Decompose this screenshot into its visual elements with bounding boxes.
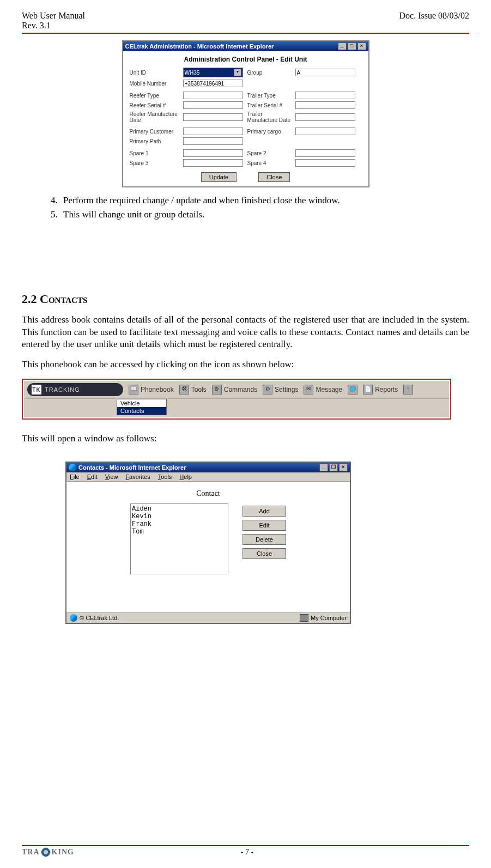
spare1-label: Spare 1 (130, 150, 179, 156)
group-label: Group (247, 70, 291, 76)
menu-help[interactable]: Help (179, 474, 192, 480)
toolbar-tools[interactable]: 🛠 Tools (179, 385, 207, 394)
list-item: Perform the required change / update and… (60, 194, 469, 207)
unit-id-value: WH35 (185, 70, 200, 76)
trailer-serial-input[interactable] (295, 101, 355, 109)
trailer-type-label: Trailer Type (247, 93, 291, 99)
trailer-mfg-input[interactable] (295, 113, 355, 121)
list-item[interactable]: Tom (132, 528, 227, 536)
status-right: My Computer (311, 615, 347, 621)
menu-edit[interactable]: Edit (87, 474, 98, 480)
globe-icon: 🌐 (348, 385, 357, 394)
primary-path-input[interactable] (183, 137, 243, 145)
logo-icon: TK (32, 385, 41, 394)
header-rule (22, 33, 469, 34)
spare4-input[interactable] (295, 159, 355, 167)
message-icon: ✉ (304, 385, 313, 394)
close-button[interactable]: Close (258, 172, 290, 182)
close-icon[interactable]: × (339, 464, 348, 471)
toolbar-settings[interactable]: ⚙ Settings (263, 385, 298, 394)
section-heading: 2.2 Contacts (22, 292, 469, 306)
minimize-icon[interactable]: _ (338, 43, 347, 50)
primary-cargo-label: Primary cargo (247, 129, 291, 135)
computer-icon (300, 614, 308, 622)
section-name: Contacts (40, 292, 87, 306)
chevron-down-icon[interactable]: ▾ (234, 69, 241, 76)
primary-customer-label: Primary Customer (130, 129, 179, 135)
reports-icon: 📄 (363, 385, 373, 394)
header-title: Web User Manual (22, 11, 85, 20)
admin-window-figure: CELtrak Administration - Microsoft Inter… (122, 40, 369, 187)
reefer-serial-input[interactable] (183, 101, 243, 109)
ie-icon (69, 464, 76, 471)
add-button[interactable]: Add (243, 506, 286, 517)
contacts-heading: Contact (77, 489, 339, 498)
header-rev: Rev. 3.1 (22, 21, 51, 30)
instruction-list: Perform the required change / update and… (38, 194, 469, 221)
toolbar-figure: TK TRACKING 📖 Phonebook 🛠 Tools ⚙ Comman… (22, 379, 451, 420)
spare3-label: Spare 3 (130, 160, 179, 166)
titlebar: Contacts - Microsoft Internet Explorer _… (66, 463, 350, 472)
toolbar-globe[interactable]: 🌐 (348, 385, 357, 394)
menu-file[interactable]: File (70, 474, 80, 480)
reefer-type-label: Reefer Type (130, 93, 179, 99)
spare1-input[interactable] (183, 149, 243, 157)
toolbar-phonebook[interactable]: 📖 Phonebook (129, 385, 174, 394)
header-issue: Doc. Issue 08/03/02 (399, 11, 469, 31)
mobile-label: Mobile Number (130, 81, 179, 87)
trailer-serial-label: Trailer Serial # (247, 102, 291, 108)
body-paragraph: This will open a window as follows: (22, 433, 469, 445)
minimize-icon[interactable]: _ (319, 464, 328, 471)
dropdown-item-contacts[interactable]: Contacts (117, 407, 166, 415)
dropdown-item-vehicle[interactable]: Vehicle (117, 399, 166, 407)
page-footer: TRAKING - 7 - (22, 847, 469, 857)
status-left: © CELtrak Ltd. (80, 615, 119, 621)
window-title: CELtrak Administration - Microsoft Inter… (125, 43, 274, 50)
statusbar: © CELtrak Ltd. My Computer (66, 612, 350, 623)
close-icon[interactable]: × (357, 43, 366, 50)
toolbar-extra[interactable]: ⋮ (403, 385, 413, 394)
toolbar-message[interactable]: ✉ Message (304, 385, 342, 394)
edit-button[interactable]: Edit (243, 520, 286, 531)
tools-icon: 🛠 (179, 385, 189, 394)
body-paragraph: This address book contains details of al… (22, 314, 469, 351)
maximize-icon[interactable]: ❐ (329, 464, 338, 471)
delete-button[interactable]: Delete (243, 534, 286, 545)
page-number: - 7 - (74, 848, 420, 857)
spare3-input[interactable] (183, 159, 243, 167)
primary-customer-input[interactable] (183, 128, 243, 135)
reefer-type-input[interactable] (183, 92, 243, 99)
menu-favorites[interactable]: Favorites (125, 474, 150, 480)
update-button[interactable]: Update (201, 172, 237, 182)
toolbar-reports[interactable]: 📄 Reports (363, 385, 398, 394)
settings-icon: ⚙ (263, 385, 272, 394)
reefer-mfg-input[interactable] (183, 113, 243, 121)
menu-view[interactable]: View (105, 474, 118, 480)
trailer-mfg-label: Trailer Manufacture Date (247, 111, 291, 123)
menu-tools[interactable]: Tools (158, 474, 172, 480)
maximize-icon[interactable]: □ (348, 43, 356, 50)
spare2-label: Spare 2 (247, 150, 291, 156)
commands-icon: ⚙ (212, 385, 222, 394)
body-paragraph: This phonebook can be accessed by clicki… (22, 359, 469, 371)
list-item[interactable]: Kevin (132, 513, 227, 520)
mobile-input[interactable] (183, 80, 243, 87)
contacts-listbox[interactable]: Aiden Kevin Frank Tom (130, 503, 228, 574)
phonebook-dropdown[interactable]: Vehicle Contacts (117, 399, 167, 415)
group-input[interactable] (295, 69, 355, 76)
spare4-label: Spare 4 (247, 160, 291, 166)
trailer-type-input[interactable] (295, 92, 355, 99)
ie-icon (70, 614, 77, 622)
window-title: Contacts - Microsoft Internet Explorer (78, 464, 186, 471)
close-button[interactable]: Close (243, 548, 286, 559)
reefer-serial-label: Reefer Serial # (130, 102, 179, 108)
spare2-input[interactable] (295, 149, 355, 157)
toolbar-commands[interactable]: ⚙ Commands (212, 385, 257, 394)
list-item[interactable]: Aiden (132, 505, 227, 513)
extra-icon: ⋮ (403, 385, 413, 394)
primary-cargo-input[interactable] (295, 128, 355, 135)
unit-id-select[interactable]: WH35 ▾ (183, 68, 243, 77)
list-item[interactable]: Frank (132, 520, 227, 528)
section-number: 2.2 (22, 292, 37, 306)
footer-logo: TRAKING (22, 847, 74, 857)
